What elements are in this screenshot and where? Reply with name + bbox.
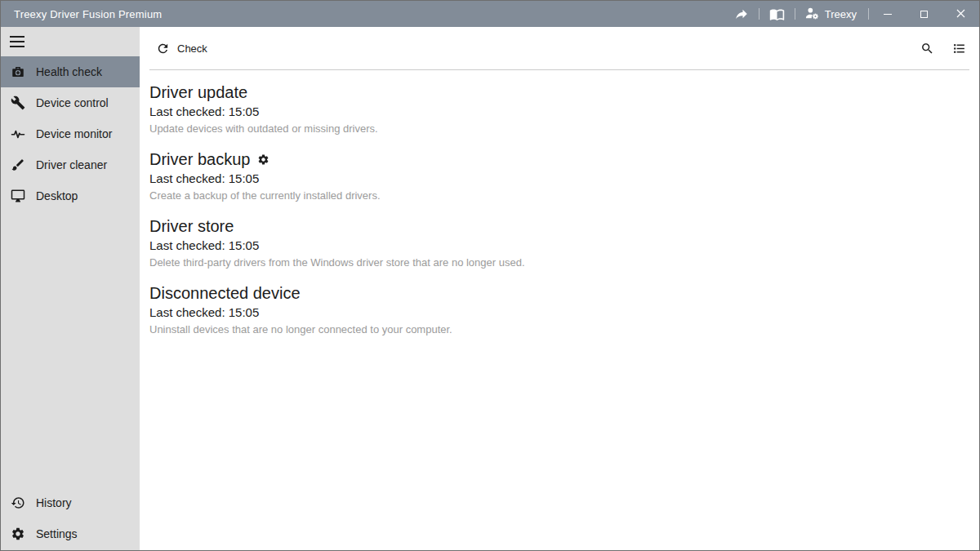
pulse-icon: [10, 126, 26, 142]
section-title: Disconnected device: [149, 283, 301, 303]
close-icon: [956, 7, 965, 21]
section-description: Create a backup of the currently install…: [149, 189, 969, 203]
documentation-button[interactable]: [760, 1, 795, 27]
sidebar-item-label: History: [36, 496, 72, 509]
refresh-icon: [156, 42, 170, 56]
section-title: Driver update: [149, 82, 247, 102]
search-button[interactable]: [920, 42, 934, 56]
sidebar-item-history[interactable]: History: [1, 487, 140, 518]
section-last-checked: Last checked: 15:05: [149, 171, 969, 187]
sidebar-item-device-monitor[interactable]: Device monitor: [1, 118, 140, 149]
hamburger-icon: [10, 36, 24, 47]
sidebar: Health check Device control Device monit…: [1, 27, 140, 550]
monitor-icon: [10, 188, 26, 204]
section-title: Driver backup: [149, 149, 250, 169]
sidebar-item-health-check[interactable]: Health check: [1, 56, 140, 87]
sidebar-bottom: History Settings: [1, 487, 140, 550]
check-button[interactable]: Check: [156, 42, 207, 56]
health-kit-icon: [10, 64, 26, 80]
sidebar-item-label: Device monitor: [36, 127, 112, 140]
section-last-checked: Last checked: 15:05: [149, 238, 969, 254]
titlebar-actions: Treexy: [724, 1, 979, 27]
maximize-icon: [920, 11, 928, 18]
sidebar-item-label: Device control: [36, 96, 109, 109]
app-window: Treexy Driver Fusion Premium: [0, 0, 980, 551]
titlebar: Treexy Driver Fusion Premium: [1, 1, 979, 27]
section-description: Delete third-party drivers from the Wind…: [149, 256, 969, 270]
share-forward-icon: [734, 7, 749, 21]
sidebar-item-desktop[interactable]: Desktop: [1, 180, 140, 211]
check-button-label: Check: [177, 42, 207, 55]
sidebar-item-label: Desktop: [36, 189, 78, 202]
section-settings-button[interactable]: [257, 153, 270, 166]
toolbar: Check: [140, 27, 979, 69]
sidebar-item-driver-cleaner[interactable]: Driver cleaner: [1, 149, 140, 180]
close-button[interactable]: [942, 1, 979, 27]
section-description: Uninstall devices that are no longer con…: [149, 322, 969, 337]
account-label: Treexy: [825, 8, 857, 20]
sidebar-item-label: Health check: [36, 65, 102, 78]
book-icon: [769, 7, 785, 22]
maximize-button[interactable]: [906, 1, 942, 27]
sidebar-item-label: Settings: [36, 527, 78, 540]
section-title: Driver store: [149, 216, 234, 236]
app-title: Treexy Driver Fusion Premium: [1, 8, 162, 20]
list-view-button[interactable]: [952, 42, 966, 56]
brush-icon: [10, 157, 26, 173]
history-icon: [10, 495, 26, 511]
app-body: Health check Device control Device monit…: [1, 27, 979, 550]
minimize-button[interactable]: [869, 1, 906, 27]
user-gear-icon: [804, 5, 820, 24]
content-area: Driver update Last checked: 15:05 Update…: [140, 70, 979, 362]
section-last-checked: Last checked: 15:05: [149, 304, 969, 321]
main-panel: Check: [140, 27, 979, 550]
wrench-icon: [10, 95, 26, 111]
toolbar-right: [920, 42, 966, 56]
gear-icon: [10, 526, 26, 542]
account-button[interactable]: Treexy: [795, 1, 868, 27]
minimize-icon: [884, 14, 892, 15]
sidebar-item-device-control[interactable]: Device control: [1, 87, 140, 118]
share-button[interactable]: [724, 1, 759, 27]
section-description: Update devices with outdated or missing …: [149, 122, 969, 136]
sidebar-item-label: Driver cleaner: [36, 158, 107, 171]
section-driver-update[interactable]: Driver update Last checked: 15:05 Update…: [149, 82, 969, 136]
list-view-icon: [952, 42, 966, 56]
section-disconnected-device[interactable]: Disconnected device Last checked: 15:05 …: [149, 283, 969, 337]
section-driver-backup[interactable]: Driver backup Last checked: 15:05 Create…: [149, 149, 969, 203]
sidebar-item-settings[interactable]: Settings: [1, 518, 140, 549]
section-last-checked: Last checked: 15:05: [149, 104, 969, 120]
hamburger-menu-button[interactable]: [1, 27, 140, 56]
search-icon: [920, 42, 934, 56]
gear-icon: [257, 153, 270, 166]
section-driver-store[interactable]: Driver store Last checked: 15:05 Delete …: [149, 216, 969, 270]
